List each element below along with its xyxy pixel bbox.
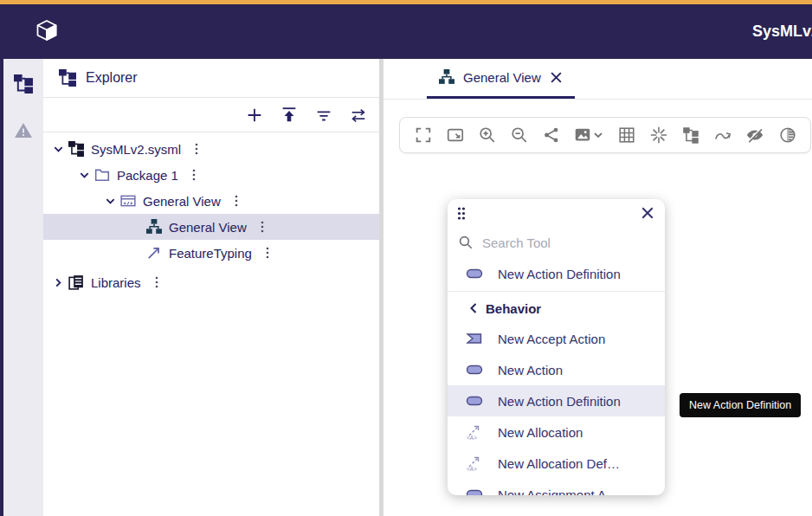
- palette-item-label: New Accept Action: [498, 332, 605, 346]
- palette-item-label: New Allocation: [498, 425, 583, 440]
- explorer-header: Explorer: [43, 59, 379, 98]
- fit-to-screen-icon: [446, 126, 465, 145]
- helper-lines-icon: [649, 126, 668, 145]
- action-node-icon: [465, 487, 484, 495]
- share-button[interactable]: [535, 119, 567, 151]
- model-file-icon: [68, 141, 85, 157]
- fullscreen-button[interactable]: [407, 119, 439, 151]
- tree-item-label: Libraries: [91, 275, 141, 290]
- tab-general-view[interactable]: General View: [427, 59, 575, 99]
- tab-close-icon[interactable]: [550, 71, 563, 84]
- kebab-menu-icon[interactable]: [155, 276, 158, 288]
- action-node-icon: [465, 363, 484, 377]
- upload-button[interactable]: [275, 101, 303, 129]
- tree-icon: [59, 69, 76, 87]
- tree-item-label: General View: [169, 220, 247, 235]
- palette-item-new-action-definition[interactable]: New Action Definition: [448, 385, 665, 416]
- chevron-down-icon: [592, 129, 604, 141]
- tree-row-view-general-view[interactable]: General View: [43, 188, 379, 214]
- search-icon: [458, 235, 474, 250]
- arrange-all-button[interactable]: [675, 119, 707, 151]
- palette-section-label: Behavior: [486, 301, 541, 316]
- tree-item-label: FeatureTyping: [169, 246, 252, 261]
- palette-section-behavior[interactable]: Behavior: [448, 293, 665, 323]
- plus-icon: [245, 106, 264, 125]
- helper-lines-button[interactable]: [643, 119, 675, 151]
- palette-divider: [448, 291, 665, 292]
- filter-button[interactable]: [310, 101, 338, 129]
- tab-bar: General View: [383, 59, 812, 100]
- explorer-panel-title: Explorer: [86, 70, 138, 86]
- chevron-down-icon[interactable]: [100, 196, 119, 207]
- tooltip-text: New Action Definition: [689, 399, 791, 411]
- zoom-out-button[interactable]: [503, 119, 535, 151]
- drag-handle-icon[interactable]: [456, 206, 467, 221]
- accept-action-icon: [465, 332, 484, 345]
- palette-item-label: New Action: [498, 363, 563, 377]
- tree-row-package-1[interactable]: Package 1: [43, 162, 379, 188]
- fit-to-screen-button[interactable]: [439, 119, 471, 151]
- synchronize-button[interactable]: [345, 101, 372, 129]
- palette-item-new-accept-action[interactable]: New Accept Action: [448, 323, 665, 354]
- hide-icon: [745, 126, 764, 145]
- diagram-toolbar: [399, 117, 811, 153]
- tree-item-label: SysMLv2.sysml: [91, 142, 181, 157]
- kebab-menu-icon[interactable]: [261, 221, 264, 233]
- arrange-icon: [681, 126, 700, 145]
- chevron-down-icon[interactable]: [48, 144, 68, 155]
- cube-logo-icon[interactable]: [35, 18, 59, 46]
- tree-item-label: General View: [143, 194, 221, 209]
- tree-row-diagram-general-view[interactable]: General View: [43, 214, 379, 240]
- tree-item-label: Package 1: [117, 168, 178, 183]
- allocation-edge-icon: <A>: [465, 423, 484, 441]
- reveal-hidden-button[interactable]: [739, 119, 771, 151]
- reconnect-icon: [713, 126, 732, 145]
- diagram-area[interactable]: General View: [383, 59, 812, 516]
- palette-close-icon[interactable]: [641, 206, 654, 220]
- search-tool-input[interactable]: [482, 235, 654, 250]
- tree-row-libraries[interactable]: Libraries: [43, 269, 379, 295]
- palette-item-label: New Action Definition: [498, 267, 621, 281]
- palette-search: [448, 227, 665, 258]
- export-image-button[interactable]: [567, 119, 611, 151]
- kebab-menu-icon[interactable]: [235, 195, 238, 207]
- tree-icon: [14, 74, 33, 94]
- explorer-toolbar: [43, 98, 379, 132]
- palette-item-new-assignment-action[interactable]: New Assignment A…: [448, 479, 665, 495]
- kebab-menu-icon[interactable]: [266, 247, 269, 259]
- app-header: SysMLv2: [0, 4, 812, 59]
- tool-palette[interactable]: New Action Definition Behavior New Accep…: [448, 199, 665, 495]
- tree-row-sysmlv2-file[interactable]: SysMLv2.sysml: [43, 136, 379, 162]
- explorer-panel: Explorer: [43, 59, 379, 516]
- action-node-icon: [465, 394, 484, 408]
- diagram-icon: [145, 219, 163, 235]
- zoom-in-icon: [478, 126, 497, 145]
- palette-item-new-action[interactable]: New Action: [448, 354, 665, 385]
- rail-explorer-tab[interactable]: [9, 69, 38, 99]
- allocation-edge-icon: <A>: [465, 455, 484, 472]
- grid-button[interactable]: [611, 119, 643, 151]
- chevron-right-icon[interactable]: [48, 277, 68, 288]
- zoom-in-button[interactable]: [471, 119, 503, 151]
- fade-icon: [778, 126, 797, 145]
- tooltip: New Action Definition: [680, 393, 801, 417]
- palette-item-new-allocation[interactable]: <A> New Allocation: [448, 416, 665, 448]
- grid-icon: [617, 126, 636, 145]
- zoom-out-icon: [510, 126, 529, 145]
- palette-item-new-action-definition-top[interactable]: New Action Definition: [448, 258, 665, 289]
- action-node-icon: [465, 267, 484, 281]
- share-icon: [542, 126, 561, 145]
- svg-text:<A>: <A>: [467, 466, 477, 472]
- reconnect-button[interactable]: [707, 119, 739, 151]
- kebab-menu-icon[interactable]: [192, 169, 196, 181]
- chevron-down-icon[interactable]: [74, 170, 93, 181]
- reveal-faded-button[interactable]: [771, 119, 803, 151]
- left-rail: [0, 59, 43, 516]
- rail-validation-tab[interactable]: [9, 116, 38, 145]
- add-element-button[interactable]: [241, 101, 268, 129]
- kebab-menu-icon[interactable]: [195, 143, 198, 155]
- libraries-icon: [68, 274, 85, 290]
- tree-row-feature-typing[interactable]: FeatureTyping: [43, 240, 379, 266]
- palette-item-new-allocation-definition[interactable]: <A> New Allocation Def…: [448, 448, 665, 479]
- svg-text:<A>: <A>: [467, 435, 477, 441]
